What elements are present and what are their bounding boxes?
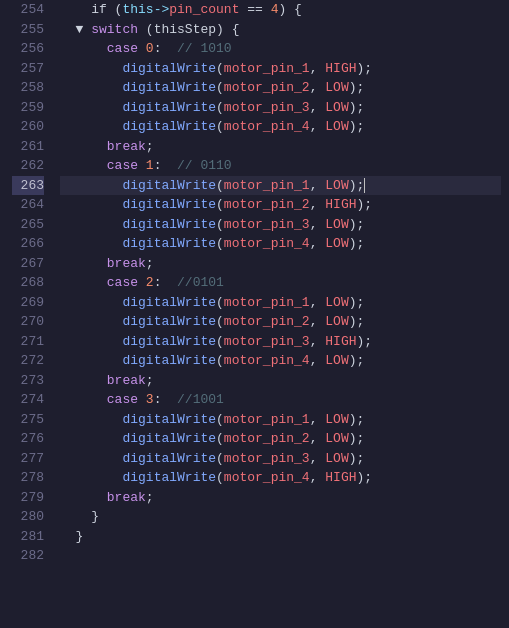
line-number: 279: [12, 488, 44, 508]
line-number: 256: [12, 39, 44, 59]
line-number: 276: [12, 429, 44, 449]
line-number: 277: [12, 449, 44, 469]
line-number: 266: [12, 234, 44, 254]
line-number: 274: [12, 390, 44, 410]
line-number: 258: [12, 78, 44, 98]
line-number: 262: [12, 156, 44, 176]
line-number: 273: [12, 371, 44, 391]
line-number: 278: [12, 468, 44, 488]
code-line: digitalWrite(motor_pin_1, LOW);: [60, 293, 501, 313]
code-line: digitalWrite(motor_pin_2, LOW);: [60, 78, 501, 98]
code-line: break;: [60, 137, 501, 157]
code-line: ▼ switch (thisStep) {: [60, 20, 501, 40]
code-line: case 2: //0101: [60, 273, 501, 293]
code-line: digitalWrite(motor_pin_1, HIGH);: [60, 59, 501, 79]
code-line: if (this->pin_count == 4) {: [60, 0, 501, 20]
code-line: case 3: //1001: [60, 390, 501, 410]
line-number: 269: [12, 293, 44, 313]
code-line: digitalWrite(motor_pin_3, LOW);: [60, 98, 501, 118]
code-line: digitalWrite(motor_pin_3, LOW);: [60, 215, 501, 235]
line-number: 270: [12, 312, 44, 332]
line-number: 261: [12, 137, 44, 157]
code-line: case 0: // 1010: [60, 39, 501, 59]
code-line: [60, 546, 501, 566]
code-line: digitalWrite(motor_pin_1, LOW);: [60, 410, 501, 430]
line-number: 263: [12, 176, 44, 196]
line-numbers: 2542552562572582592602612622632642652662…: [0, 0, 52, 628]
line-number: 257: [12, 59, 44, 79]
line-number: 271: [12, 332, 44, 352]
code-line: break;: [60, 254, 501, 274]
code-line: break;: [60, 371, 501, 391]
code-line: digitalWrite(motor_pin_2, HIGH);: [60, 195, 501, 215]
code-line: digitalWrite(motor_pin_4, LOW);: [60, 117, 501, 137]
line-number: 255: [12, 20, 44, 40]
code-line: case 1: // 0110: [60, 156, 501, 176]
line-number: 281: [12, 527, 44, 547]
code-line: digitalWrite(motor_pin_2, LOW);: [60, 429, 501, 449]
line-number: 265: [12, 215, 44, 235]
code-line: digitalWrite(motor_pin_3, LOW);: [60, 449, 501, 469]
code-line: }: [60, 527, 501, 547]
code-content[interactable]: if (this->pin_count == 4) { ▼ switch (th…: [52, 0, 509, 628]
line-number: 268: [12, 273, 44, 293]
line-number: 260: [12, 117, 44, 137]
code-line: digitalWrite(motor_pin_4, LOW);: [60, 234, 501, 254]
line-number: 272: [12, 351, 44, 371]
line-number: 254: [12, 0, 44, 20]
line-number: 280: [12, 507, 44, 527]
code-line: digitalWrite(motor_pin_2, LOW);: [60, 312, 501, 332]
code-line: digitalWrite(motor_pin_1, LOW);: [60, 176, 501, 196]
code-line: digitalWrite(motor_pin_4, HIGH);: [60, 468, 501, 488]
code-line: digitalWrite(motor_pin_4, LOW);: [60, 351, 501, 371]
code-line: digitalWrite(motor_pin_3, HIGH);: [60, 332, 501, 352]
code-line: break;: [60, 488, 501, 508]
line-number: 259: [12, 98, 44, 118]
code-editor: 2542552562572582592602612622632642652662…: [0, 0, 509, 628]
code-line: }: [60, 507, 501, 527]
line-number: 264: [12, 195, 44, 215]
line-number: 267: [12, 254, 44, 274]
line-number: 282: [12, 546, 44, 566]
line-number: 275: [12, 410, 44, 430]
